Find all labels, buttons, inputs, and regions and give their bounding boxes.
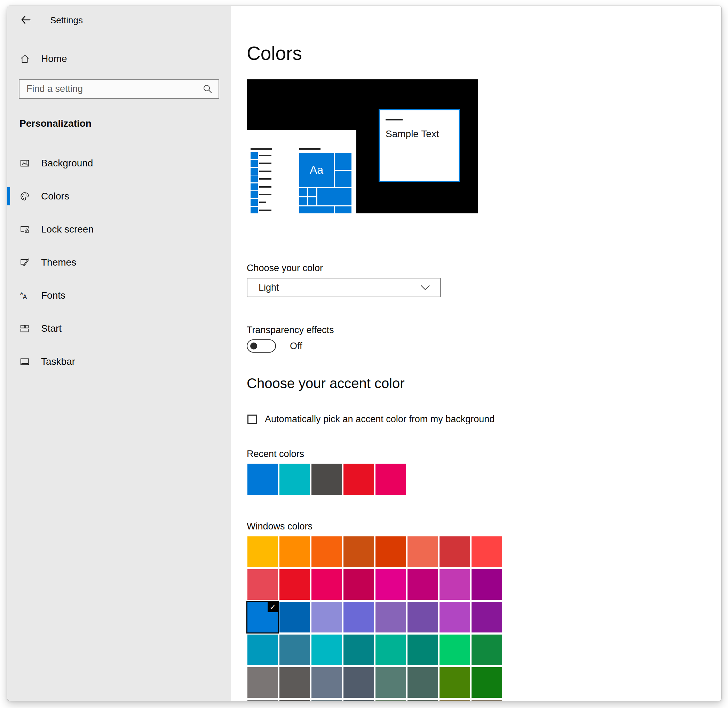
windows-color-swatch[interactable] (280, 537, 310, 567)
windows-color-swatch[interactable]: ✓ (247, 602, 278, 633)
recent-color-swatch[interactable] (280, 464, 310, 495)
preview-list-line (259, 178, 271, 180)
back-button[interactable] (19, 13, 33, 27)
home-icon (19, 54, 30, 64)
windows-color-swatch[interactable] (471, 634, 502, 665)
section-heading: Personalization (19, 118, 91, 129)
windows-color-swatch[interactable] (247, 537, 278, 567)
windows-color-swatch[interactable] (471, 602, 502, 633)
windows-color-swatch[interactable] (312, 602, 342, 633)
windows-colors-grid: ✓ (247, 537, 502, 701)
windows-color-swatch[interactable] (344, 700, 374, 701)
search-box[interactable] (19, 79, 219, 99)
recent-color-swatch[interactable] (376, 464, 406, 495)
recent-color-swatch[interactable] (312, 464, 342, 495)
windows-color-swatch[interactable] (471, 700, 502, 701)
windows-color-swatch[interactable] (376, 602, 406, 633)
windows-color-swatch[interactable] (471, 537, 502, 567)
windows-color-swatch[interactable] (471, 569, 502, 600)
windows-color-swatch[interactable] (312, 537, 342, 567)
sidebar-item-label: Lock screen (41, 224, 94, 235)
themes-icon (19, 257, 30, 268)
windows-color-swatch[interactable] (312, 667, 342, 698)
windows-color-swatch[interactable] (408, 537, 438, 567)
color-mode-dropdown[interactable]: Light (247, 278, 441, 297)
windows-color-swatch[interactable] (408, 700, 438, 701)
windows-color-swatch[interactable] (439, 700, 470, 701)
sidebar-item-label: Taskbar (41, 356, 75, 367)
preview-sample-window: Sample Text (379, 109, 460, 182)
auto-accent-checkbox[interactable] (247, 415, 257, 424)
sidebar-item-taskbar[interactable]: Taskbar (7, 351, 231, 373)
preview-list-line (259, 155, 271, 156)
windows-color-swatch[interactable] (439, 569, 470, 600)
windows-color-swatch[interactable] (280, 700, 310, 701)
windows-color-swatch[interactable] (344, 602, 374, 633)
windows-color-swatch[interactable] (376, 537, 406, 567)
windows-color-swatch[interactable] (439, 667, 470, 698)
search-icon[interactable] (202, 83, 214, 95)
windows-color-swatch[interactable] (280, 667, 310, 698)
windows-color-swatch[interactable] (344, 634, 374, 665)
sidebar-item-label: Themes (41, 257, 76, 268)
windows-color-swatch[interactable] (408, 634, 438, 665)
windows-color-swatch[interactable] (344, 667, 374, 698)
windows-color-swatch[interactable] (280, 569, 310, 600)
windows-color-swatch[interactable] (312, 700, 342, 701)
accent-color-heading: Choose your accent color (247, 376, 405, 391)
sidebar-item-background[interactable]: Background (7, 152, 231, 174)
taskbar-icon (19, 357, 30, 367)
windows-color-swatch[interactable] (247, 634, 278, 665)
recent-colors-label: Recent colors (247, 449, 304, 460)
windows-color-swatch[interactable] (344, 569, 374, 600)
auto-accent-row[interactable]: Automatically pick an accent color from … (247, 414, 495, 425)
windows-color-swatch[interactable] (280, 634, 310, 665)
windows-color-swatch[interactable] (247, 700, 278, 701)
lock-screen-icon (19, 224, 30, 235)
sidebar-item-start[interactable]: Start (7, 318, 231, 340)
titlebar: Settings (7, 6, 231, 34)
background-icon (19, 158, 30, 168)
windows-color-swatch[interactable] (408, 667, 438, 698)
sidebar-item-home[interactable]: Home (7, 50, 231, 68)
windows-color-swatch[interactable] (280, 602, 310, 633)
search-input[interactable] (19, 84, 202, 94)
windows-color-swatch[interactable] (247, 569, 278, 600)
palette-icon (19, 191, 30, 202)
preview-list-bullet (251, 152, 258, 159)
windows-color-swatch[interactable] (408, 569, 438, 600)
recent-color-swatch[interactable] (247, 464, 278, 495)
windows-color-swatch[interactable] (439, 634, 470, 665)
auto-accent-label: Automatically pick an accent color from … (265, 414, 495, 425)
windows-color-swatch[interactable] (439, 602, 470, 633)
transparency-toggle[interactable] (247, 339, 276, 353)
windows-color-swatch[interactable] (376, 700, 406, 701)
sidebar-item-fonts[interactable]: AA Fonts (7, 284, 231, 307)
sidebar-item-colors[interactable]: Colors (7, 185, 231, 207)
sidebar-item-themes[interactable]: Themes (7, 251, 231, 274)
app-title: Settings (50, 15, 83, 26)
choose-color-label: Choose your color (247, 263, 323, 274)
preview-tile (308, 188, 316, 196)
windows-color-swatch[interactable] (247, 667, 278, 698)
color-mode-value: Light (258, 282, 419, 293)
preview-tile (335, 153, 351, 170)
sidebar-item-label: Fonts (41, 290, 65, 301)
windows-color-swatch[interactable] (439, 537, 470, 567)
recent-color-swatch[interactable] (344, 464, 374, 495)
svg-text:A: A (23, 293, 27, 300)
windows-color-swatch[interactable] (312, 634, 342, 665)
windows-color-swatch[interactable] (344, 537, 374, 567)
windows-color-swatch[interactable] (408, 602, 438, 633)
windows-color-swatch[interactable] (312, 569, 342, 600)
toggle-state-label: Off (290, 341, 302, 351)
preview-list-line (259, 171, 271, 172)
recent-colors-grid (247, 464, 406, 495)
windows-color-swatch[interactable] (471, 667, 502, 698)
windows-color-swatch[interactable] (376, 634, 406, 665)
sidebar-item-lock-screen[interactable]: Lock screen (7, 218, 231, 241)
settings-window: Settings Home Personalization Background (7, 6, 722, 701)
windows-color-swatch[interactable] (376, 569, 406, 600)
theme-preview: Aa Sample Text (247, 79, 478, 213)
windows-color-swatch[interactable] (376, 667, 406, 698)
